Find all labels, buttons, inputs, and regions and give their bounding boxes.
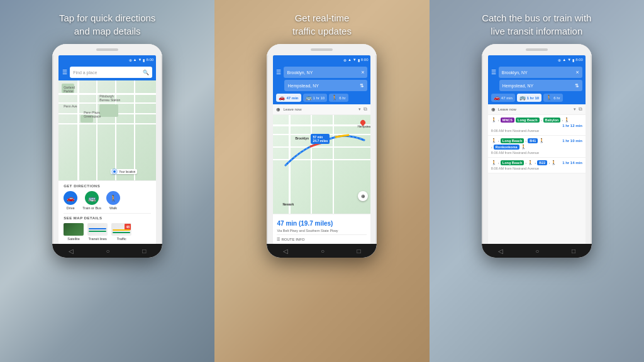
phone-top-bar-2 (267, 44, 377, 55)
dest-row[interactable]: Hempstead, NY ⇅ (284, 80, 367, 91)
panel-transit: Catch the bus or train with live transit… (430, 0, 644, 362)
clear-origin-icon[interactable]: × (361, 69, 364, 75)
transit-item-1[interactable]: 🚶 › MNCS Long Beach › Babylon › 🚶 1 hr 1… (488, 115, 586, 136)
mncs-chip: MNCS (501, 118, 514, 123)
search-input[interactable]: Find a place 🔍 (70, 67, 152, 78)
ronkonkoma-chip: Ronkonkoma (494, 145, 519, 150)
drive-time-3: 47 min (501, 96, 513, 100)
dropdown-icon[interactable]: ▾ (358, 107, 361, 112)
drive-tab-time: 47 min (286, 96, 298, 100)
route-row-3: 🚶 › Long Beach › 🚶 › B22 › 🚶 1 hr 14 min (491, 160, 582, 165)
signal-icon: ▲ (133, 58, 137, 62)
your-location: Your location (111, 169, 137, 174)
filter-icon-3[interactable]: ⧉ (579, 106, 582, 112)
route-info-link[interactable]: ☰ ROUTE INFO (277, 234, 367, 241)
plus-icon: ⊕ (276, 107, 280, 112)
recent-nav-3[interactable]: □ (572, 248, 575, 255)
phone-screen-1: ⊕ ▲ ▼ ▮ 8:00 ☰ Find a place 🔍 (58, 55, 156, 244)
arrow-3d: › (548, 161, 550, 165)
nav-header-bottom-3: Hempstead, NY ⇅ (491, 80, 582, 91)
route-info-section: 47 min (19.7 miles) Via Belt Pkwy and So… (273, 214, 370, 244)
dropdown-icon-3[interactable]: ▾ (574, 107, 576, 112)
traffic-option[interactable]: 48 Traffic (111, 223, 131, 241)
map-label-3: Penn PlazaGreenspace (84, 111, 101, 118)
origin-text: Brooklyn, NY (287, 70, 361, 75)
direction-buttons: 🚗 Drive 🚌 Train or Bus 🚶 Walk (64, 191, 151, 210)
route-time: 47 min (19.7 miles) (277, 220, 333, 227)
walk-icon-r3b: 🚶 (528, 160, 533, 165)
walk-icon-r2b: 🚶 (539, 138, 545, 143)
clear-origin-icon-3[interactable]: × (576, 69, 579, 75)
panel-3-title: Catch the bus or train with live transit… (469, 11, 604, 38)
transport-tabs-3: 🚗 47 min 🚌 1 hr 10 🚶 6 hr (491, 94, 582, 102)
walk-button[interactable]: 🚶 Walk (106, 191, 120, 210)
newark-label: Newark (282, 202, 294, 206)
arrow-1c: › (562, 118, 563, 122)
panel-2-title: Get real-time traffic updates (280, 11, 364, 38)
drive-button[interactable]: 🚗 Drive (64, 191, 77, 210)
drive-tab[interactable]: 🚗 47 min (276, 94, 301, 102)
dest-text-3: Hempstead, NY (502, 84, 575, 88)
search-placeholder: Find a place (73, 70, 140, 75)
transit-tab-3[interactable]: 🚌 1 hr 10 (517, 94, 541, 102)
time-2: 8:00 (361, 58, 369, 62)
transit-label: Train or Bus (82, 206, 101, 210)
walk-tab-3[interactable]: 🚶 6 hr (543, 94, 562, 102)
back-nav-2[interactable]: ◁ (283, 248, 288, 255)
phone-screen-3: ⊕ ▲ ▼ ▮ 8:00 ☰ Brooklyn, NY × (488, 55, 586, 244)
walk-icon-r1b: 🚶 (564, 118, 570, 123)
route-from-3: 8:06 AM from Nostrand Avenue (491, 167, 582, 170)
transit-item-2[interactable]: 🚶 › Long Beach › B41 🚶 1 hr 10 min › Ron… (488, 136, 586, 158)
babylon-chip: Babylon (543, 118, 561, 123)
home-nav-2[interactable]: ○ (321, 248, 325, 255)
filter-icon-2[interactable]: ⧉ (364, 106, 367, 112)
panel-directions: Tap for quick directions and map details… (0, 0, 214, 362)
map-label-1: GarlandParklet (64, 85, 75, 93)
recent-nav-icon[interactable]: □ (142, 248, 146, 255)
walk-icon: 🚶 (106, 191, 120, 205)
leave-now-bar-3: ⊕ Leave now ▾ ⧉ (488, 104, 586, 115)
traffic-thumb: 48 (111, 223, 131, 236)
hempstead-marker: Hempstead (360, 120, 365, 125)
transit-time-3: 1 hr 10 (527, 96, 539, 100)
transit-lines-option[interactable]: Transit lines (87, 223, 108, 241)
wif3-icon: ▼ (567, 58, 571, 62)
origin-text-3: Brooklyn, NY (502, 70, 576, 75)
back-nav-3[interactable]: ◁ (498, 248, 503, 255)
status-icons-1: ⊕ ▲ ▼ ▮ 8:00 (129, 58, 154, 62)
hamburger-icon-3[interactable]: ☰ (491, 69, 496, 75)
origin-row[interactable]: Brooklyn, NY × (284, 67, 367, 78)
home-nav-icon[interactable]: ○ (106, 248, 110, 255)
drive-tab-3[interactable]: 🚗 47 min (491, 94, 515, 102)
panel-1-title: Tap for quick directions and map details (47, 11, 168, 38)
hamburger-icon-2[interactable]: ☰ (276, 69, 281, 75)
search-icon[interactable]: 🔍 (143, 70, 149, 75)
route-row-2: 🚶 › Long Beach › B41 🚶 1 hr 10 min (491, 138, 582, 143)
search-bar: ☰ Find a place 🔍 (58, 64, 156, 80)
dest-row-3[interactable]: Hempstead, NY ⇅ (499, 80, 582, 91)
origin-row-3[interactable]: Brooklyn, NY × (499, 67, 582, 78)
get-directions-label: GET DIRECTIONS (64, 184, 151, 188)
traffic-label: Traffic (117, 237, 126, 241)
road-4 (58, 123, 156, 124)
directions-section: GET DIRECTIONS 🚗 Drive 🚌 Train or Bus 🚶 … (58, 180, 156, 244)
hamburger-icon[interactable]: ☰ (62, 69, 67, 75)
swap-icon-3[interactable]: ⇅ (575, 83, 579, 89)
bat3-icon: ▮ (572, 58, 574, 62)
transit-button[interactable]: 🚌 Train or Bus (82, 191, 101, 210)
list-icon: ☰ (277, 237, 280, 241)
route-from-1: 8:06 AM from Nostrand Avenue (491, 129, 582, 133)
home-nav-3[interactable]: ○ (535, 248, 539, 255)
transit-item-3[interactable]: 🚶 › Long Beach › 🚶 › B22 › 🚶 1 hr 14 min… (488, 158, 586, 173)
back-nav-icon[interactable]: ◁ (69, 248, 74, 255)
swap-icon[interactable]: ⇅ (360, 83, 364, 89)
phone-top-bar-1 (52, 44, 162, 55)
recent-nav-2[interactable]: □ (357, 248, 361, 255)
drive-tab-icon: 🚗 (279, 95, 285, 101)
satellite-option[interactable]: Satellite (64, 223, 84, 241)
dest-text: Hempstead, NY (287, 84, 360, 88)
route-from-2: 8:06 AM from Nostrand Avenue (491, 151, 582, 155)
walk-tab[interactable]: 🚶 6 hr (329, 94, 348, 102)
status-bar-1: ⊕ ▲ ▼ ▮ 8:00 (58, 55, 156, 64)
transit-tab[interactable]: 🚌 1 hr 10 (303, 94, 328, 102)
